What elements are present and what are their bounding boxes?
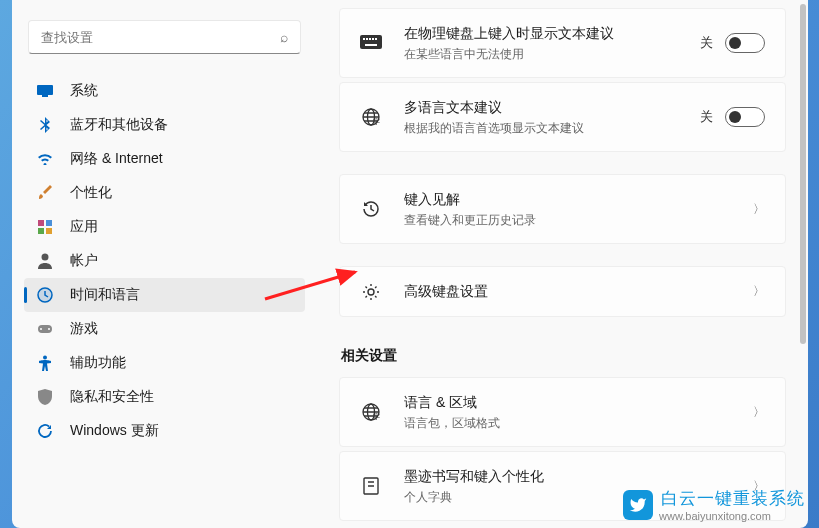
sidebar-item-10[interactable]: Windows 更新 <box>24 414 305 448</box>
access-icon <box>36 354 54 372</box>
update-icon <box>36 422 54 440</box>
card-title: 键入见解 <box>404 189 731 210</box>
card-title: 在物理键盘上键入时显示文本建议 <box>404 23 678 44</box>
sidebar-item-label: 辅助功能 <box>70 354 126 372</box>
svg-point-11 <box>48 328 50 330</box>
svg-rect-2 <box>38 220 44 226</box>
sidebar-item-label: 应用 <box>70 218 98 236</box>
section-title: 相关设置 <box>341 347 786 365</box>
svg-point-6 <box>42 254 49 261</box>
sidebar-item-7[interactable]: 游戏 <box>24 312 305 346</box>
svg-rect-3 <box>46 220 52 226</box>
svg-point-12 <box>43 356 47 360</box>
svg-rect-4 <box>38 228 44 234</box>
svg-point-8 <box>38 288 52 302</box>
toggle-state: 关 <box>700 34 713 52</box>
setting-card-3[interactable]: 高级键盘设置〉 <box>339 266 786 317</box>
svg-rect-18 <box>375 38 377 40</box>
svg-text:字: 字 <box>373 118 380 125</box>
watermark: 白云一键重装系统 www.baiyunxitong.com <box>623 487 805 522</box>
user-icon <box>36 252 54 270</box>
setting-card-0[interactable]: 在物理键盘上键入时显示文本建议在某些语言中无法使用关 <box>339 8 786 78</box>
sidebar-item-label: 帐户 <box>70 252 98 270</box>
shield-icon <box>36 388 54 406</box>
svg-rect-1 <box>42 95 48 97</box>
chevron-right-icon: 〉 <box>753 404 765 421</box>
svg-rect-13 <box>360 35 382 49</box>
search-icon: ⌕ <box>280 29 288 45</box>
search-input[interactable]: ⌕ <box>28 20 301 54</box>
card-desc: 语言包，区域格式 <box>404 414 731 432</box>
sidebar-item-3[interactable]: 个性化 <box>24 176 305 210</box>
card-desc: 根据我的语言首选项显示文本建议 <box>404 119 678 137</box>
gear-icon <box>360 282 382 302</box>
svg-rect-19 <box>365 44 377 46</box>
history-icon <box>360 199 382 219</box>
sidebar-item-6[interactable]: 时间和语言 <box>24 278 305 312</box>
sidebar-item-5[interactable]: 帐户 <box>24 244 305 278</box>
svg-point-10 <box>40 328 42 330</box>
sidebar-item-label: 蓝牙和其他设备 <box>70 116 168 134</box>
sidebar-item-label: Windows 更新 <box>70 422 159 440</box>
svg-rect-0 <box>37 85 53 95</box>
sidebar-item-label: 系统 <box>70 82 98 100</box>
system-icon <box>36 82 54 100</box>
related-card-0[interactable]: 字语言 & 区域语言包，区域格式〉 <box>339 377 786 447</box>
card-title: 高级键盘设置 <box>404 281 731 302</box>
svg-rect-14 <box>363 38 365 40</box>
setting-card-2[interactable]: 键入见解查看键入和更正历史记录〉 <box>339 174 786 244</box>
gamepad-icon <box>36 320 54 338</box>
watermark-text: 白云一键重装系统 <box>661 487 805 510</box>
card-desc: 查看键入和更正历史记录 <box>404 211 731 229</box>
card-title: 墨迹书写和键入个性化 <box>404 466 731 487</box>
multilang-icon: 字 <box>360 402 382 422</box>
clock-icon <box>36 286 54 304</box>
sidebar-item-2[interactable]: 网络 & Internet <box>24 142 305 176</box>
multilang-icon: 字 <box>360 107 382 127</box>
keyboard-icon <box>360 35 382 51</box>
content: 在物理键盘上键入时显示文本建议在某些语言中无法使用关字多语言文本建议根据我的语言… <box>317 0 808 528</box>
svg-rect-17 <box>372 38 374 40</box>
toggle-switch[interactable] <box>725 33 765 53</box>
sidebar: ⌕ 系统蓝牙和其他设备网络 & Internet个性化应用帐户时间和语言游戏辅助… <box>12 0 317 528</box>
apps-icon <box>36 218 54 236</box>
toggle-state: 关 <box>700 108 713 126</box>
dict-icon <box>360 476 382 496</box>
sidebar-item-4[interactable]: 应用 <box>24 210 305 244</box>
card-desc: 在某些语言中无法使用 <box>404 45 678 63</box>
sidebar-item-label: 隐私和安全性 <box>70 388 154 406</box>
watermark-logo-icon <box>623 490 653 520</box>
brush-icon <box>36 184 54 202</box>
watermark-url: www.baiyunxitong.com <box>659 510 805 522</box>
search-field[interactable] <box>41 30 280 45</box>
svg-rect-15 <box>366 38 368 40</box>
svg-text:字: 字 <box>373 413 380 420</box>
sidebar-item-label: 网络 & Internet <box>70 150 163 168</box>
toggle-switch[interactable] <box>725 107 765 127</box>
svg-rect-5 <box>46 228 52 234</box>
sidebar-item-9[interactable]: 隐私和安全性 <box>24 380 305 414</box>
sidebar-item-1[interactable]: 蓝牙和其他设备 <box>24 108 305 142</box>
svg-rect-16 <box>369 38 371 40</box>
bluetooth-icon <box>36 116 54 134</box>
scrollbar[interactable] <box>800 4 806 344</box>
sidebar-item-label: 游戏 <box>70 320 98 338</box>
chevron-right-icon: 〉 <box>753 283 765 300</box>
card-title: 语言 & 区域 <box>404 392 731 413</box>
sidebar-item-label: 时间和语言 <box>70 286 140 304</box>
sidebar-item-0[interactable]: 系统 <box>24 74 305 108</box>
sidebar-item-8[interactable]: 辅助功能 <box>24 346 305 380</box>
wifi-icon <box>36 150 54 168</box>
chevron-right-icon: 〉 <box>753 201 765 218</box>
setting-card-1[interactable]: 字多语言文本建议根据我的语言首选项显示文本建议关 <box>339 82 786 152</box>
card-title: 多语言文本建议 <box>404 97 678 118</box>
sidebar-item-label: 个性化 <box>70 184 112 202</box>
svg-point-23 <box>368 289 374 295</box>
